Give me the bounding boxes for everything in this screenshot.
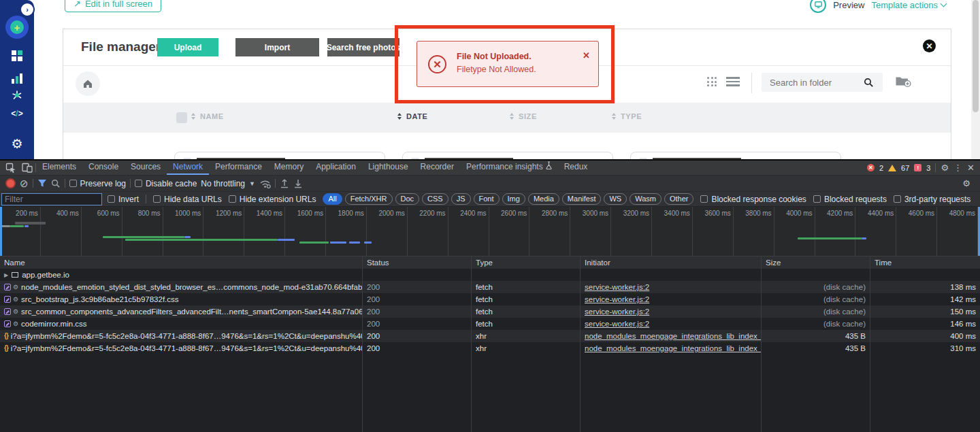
add-button[interactable]: + [5, 16, 29, 39]
search-free-photos-button[interactable]: Search free photos [327, 38, 399, 56]
filter-pill-font[interactable]: Font [474, 193, 500, 205]
network-request-row[interactable]: ▶app.getbee.io [0, 269, 980, 281]
import-har-icon[interactable] [280, 178, 289, 188]
initiator-link[interactable]: service-worker.js:2 [585, 283, 649, 291]
device-toolbar-icon[interactable] [22, 163, 33, 173]
column-header-type[interactable]: Type [472, 256, 581, 269]
import-button[interactable]: Import [235, 38, 319, 56]
search-icon[interactable] [864, 78, 874, 88]
sort-column-type[interactable]: TYPE [612, 112, 642, 120]
devtools-tab-performance[interactable]: Performance [209, 161, 268, 175]
network-request-row[interactable]: {}i?a=jfymbm%2Fdemo&r=5-fc5c2e8a-04f3-47… [0, 330, 980, 342]
file-card[interactable] [630, 152, 841, 159]
network-request-row[interactable]: ⚙codemirror.min.css200fetchservice-worke… [0, 318, 980, 330]
list-view-button[interactable] [726, 77, 740, 86]
select-all-checkbox[interactable] [176, 112, 187, 123]
file-manager-close-button[interactable]: ✕ [923, 39, 936, 52]
network-request-row[interactable]: ⚙src_bootstrap_js.3c9b86abe21c5b97832f.c… [0, 293, 980, 305]
filter-funnel-icon[interactable] [37, 179, 47, 188]
grid-view-button[interactable] [707, 77, 717, 86]
warnings-count[interactable]: 67 [901, 164, 909, 172]
devtools-more-menu-icon[interactable]: ⋮ [953, 163, 962, 172]
filter-checkbox-blocked-requests[interactable]: Blocked requests [813, 195, 887, 204]
filter-pill-fetch-xhr[interactable]: Fetch/XHR [345, 193, 393, 205]
filter-pill-doc[interactable]: Doc [395, 193, 420, 205]
edit-fullscreen-button[interactable]: ↗ Edit in full screen [65, 0, 161, 12]
filter-pill-wasm[interactable]: Wasm [630, 193, 662, 205]
clear-network-log-icon[interactable]: ⊘ [20, 178, 29, 188]
upload-button[interactable]: Upload [157, 38, 218, 56]
folder-search-input[interactable] [762, 78, 864, 88]
devtools-tab-lighthouse[interactable]: Lighthouse [362, 161, 414, 175]
initiator-link[interactable]: service-worker.js:2 [585, 320, 649, 328]
preserve-log-checkbox[interactable]: Preserve log [69, 179, 126, 188]
sort-column-size[interactable]: SIZE [510, 112, 537, 120]
filter-pill-css[interactable]: CSS [422, 193, 448, 205]
filter-pill-js[interactable]: JS [451, 193, 471, 205]
column-header-name[interactable]: Name [0, 256, 363, 269]
column-header-initiator[interactable]: Initiator [581, 256, 762, 269]
filter-checkbox-hide-data-urls[interactable]: Hide data URLs [153, 195, 222, 204]
filter-pill-img[interactable]: Img [502, 193, 525, 205]
page-scrollbar[interactable] [971, 0, 980, 159]
disable-cache-checkbox[interactable]: Disable cache [135, 179, 197, 188]
search-network-icon[interactable] [51, 179, 61, 188]
sidebar-collapse-toggle[interactable]: › [20, 2, 35, 17]
sort-column-date[interactable]: DATE [397, 112, 428, 120]
home-folder-button[interactable] [76, 71, 100, 96]
initiator-link[interactable]: node_modules_moengage_integrations_lib_i… [585, 344, 762, 352]
network-request-row[interactable]: ⚙src_common_components_advancedFilters_a… [0, 305, 980, 318]
devtools-tab-recorder[interactable]: Recorder [414, 161, 460, 175]
network-filter-input[interactable] [1, 193, 102, 205]
filter-checkbox-blocked-response-cookies[interactable]: Blocked response cookies [700, 195, 806, 204]
console-errors-icon[interactable]: ✕ [867, 164, 875, 171]
scrollbar-thumb[interactable] [973, 0, 979, 112]
console-warnings-icon[interactable] [888, 165, 896, 171]
record-network-log-button[interactable] [5, 178, 16, 188]
sidebar-item-code[interactable]: </> [0, 109, 34, 118]
sidebar-item-analytics[interactable] [0, 73, 34, 84]
filter-checkbox-invert[interactable]: Invert [108, 195, 139, 204]
column-header-size[interactable]: Size [762, 256, 870, 269]
devtools-tab-redux[interactable]: Redux [558, 161, 594, 175]
sidebar-item-integrations[interactable] [0, 90, 34, 101]
issues-count[interactable]: 3 [926, 164, 930, 172]
throttling-dropdown[interactable]: No throttling ▼ [201, 179, 255, 188]
sidebar-item-settings[interactable]: ⚙ [0, 137, 34, 150]
file-card[interactable] [174, 152, 385, 159]
sidebar-item-dashboard[interactable] [0, 50, 34, 61]
network-overview-timeline[interactable]: 200 ms400 ms600 ms800 ms1000 ms1200 ms14… [0, 207, 980, 256]
initiator-link[interactable]: node_modules_moengage_integrations_lib_i… [585, 332, 762, 340]
devtools-tab-sources[interactable]: Sources [125, 161, 167, 175]
network-settings-gear-icon[interactable]: ⚙ [962, 179, 970, 188]
template-actions-menu[interactable]: Template actions [871, 0, 946, 10]
devtools-tab-memory[interactable]: Memory [268, 161, 310, 175]
filter-pill-ws[interactable]: WS [604, 193, 627, 205]
issues-icon[interactable]: ! [914, 164, 921, 171]
expander-icon[interactable]: ▶ [4, 272, 8, 278]
column-header-status[interactable]: Status [363, 256, 472, 269]
filter-checkbox-3rd-party-requests[interactable]: 3rd-party requests [894, 195, 970, 204]
filter-pill-manifest[interactable]: Manifest [562, 193, 602, 205]
devtools-tab-console[interactable]: Console [82, 161, 125, 175]
new-folder-button[interactable] [895, 74, 911, 90]
devtools-tab-elements[interactable]: Elements [36, 161, 82, 175]
network-request-row[interactable]: ⚙node_modules_emotion_styled_dist_styled… [0, 281, 980, 293]
export-har-icon[interactable] [293, 178, 303, 188]
column-header-time[interactable]: Time [870, 256, 980, 269]
filter-pill-all[interactable]: All [323, 193, 342, 205]
file-card[interactable] [402, 152, 613, 159]
alert-close-button[interactable]: ✕ [583, 51, 590, 60]
inspect-element-icon[interactable] [5, 163, 16, 173]
initiator-link[interactable]: service-worker.js:2 [585, 295, 649, 303]
timeline-left-handle[interactable] [0, 207, 2, 256]
errors-count[interactable]: 2 [879, 164, 883, 172]
devtools-tab-network[interactable]: Network [167, 161, 209, 175]
devtools-close-icon[interactable]: ✕ [967, 163, 975, 172]
preview-button[interactable] [810, 0, 826, 13]
network-conditions-icon[interactable] [259, 179, 271, 188]
initiator-link[interactable]: service-worker.js:2 [585, 308, 649, 316]
devtools-tab-application[interactable]: Application [310, 161, 362, 175]
filter-checkbox-hide-extension-urls[interactable]: Hide extension URLs [229, 195, 316, 204]
sort-column-name[interactable]: NAME [191, 112, 224, 120]
